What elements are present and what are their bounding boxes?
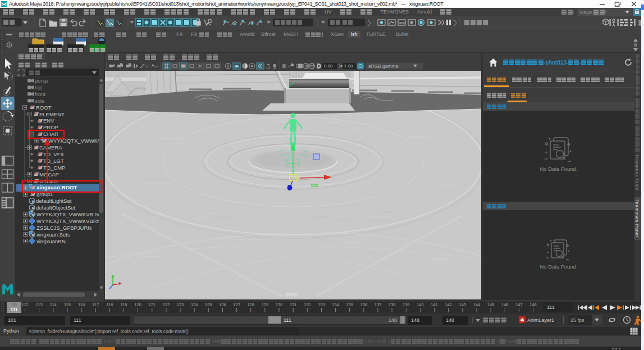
svg-text:141: 141	[431, 302, 438, 307]
svg-text:121: 121	[149, 302, 156, 307]
svg-text:145: 145	[487, 302, 495, 307]
svg-text:142: 142	[445, 302, 452, 307]
svg-text:146: 146	[501, 302, 509, 307]
svg-text:143: 143	[459, 302, 467, 307]
svg-text:117: 117	[92, 302, 99, 307]
svg-text:137: 137	[374, 302, 382, 307]
svg-text:119: 119	[121, 302, 127, 307]
svg-text:140: 140	[417, 302, 424, 307]
svg-text:112: 112	[22, 302, 29, 307]
svg-text:134: 134	[332, 302, 339, 307]
svg-text:144: 144	[473, 302, 481, 307]
svg-text:1.00: 1.00	[344, 63, 353, 69]
svg-text:127: 127	[233, 302, 240, 307]
svg-text:122: 122	[163, 302, 170, 307]
svg-text:113: 113	[36, 302, 43, 307]
svg-text:118: 118	[106, 302, 113, 307]
svg-text:124: 124	[191, 302, 198, 307]
svg-text:138: 138	[389, 302, 396, 307]
svg-text:IPR: IPR	[399, 21, 405, 25]
svg-text:123: 123	[177, 302, 184, 307]
svg-text:120: 120	[134, 302, 141, 307]
svg-text:114: 114	[50, 302, 57, 307]
svg-text:128: 128	[247, 302, 254, 307]
svg-text:132: 132	[304, 302, 311, 307]
svg-text:148: 148	[529, 302, 537, 307]
svg-text:125: 125	[205, 302, 212, 307]
svg-text:133: 133	[318, 302, 325, 307]
svg-text:130: 130	[276, 302, 283, 307]
svg-text:147: 147	[515, 302, 523, 307]
svg-text:115: 115	[64, 302, 71, 307]
svg-text:persp: persp	[286, 292, 298, 297]
svg-text:sRGB gamma: sRGB gamma	[368, 63, 399, 69]
svg-text:126: 126	[219, 302, 226, 307]
svg-text:0.00: 0.00	[324, 63, 333, 69]
svg-text:136: 136	[360, 302, 368, 307]
svg-text:129: 129	[262, 302, 269, 307]
svg-text:135: 135	[346, 302, 353, 307]
svg-text:139: 139	[403, 302, 410, 307]
svg-text:116: 116	[78, 302, 85, 307]
svg-text:131: 131	[290, 302, 297, 307]
